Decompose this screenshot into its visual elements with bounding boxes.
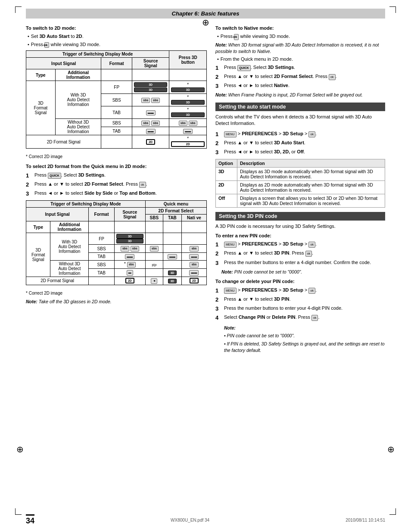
footer-date: 2010/08/11 10:14:51 (346, 518, 385, 523)
table1-tab2-press: ▬▬ (169, 127, 207, 135)
note2: Note: When Frame Packing is input, 2D Fo… (215, 92, 385, 98)
final-note2: • If PIN is deleted, 3D Safety Settings … (224, 341, 385, 353)
auto-step3: 3 Press ◄ or ► to select 3D, 2D, or Off. (215, 149, 385, 156)
t2-empty4 (163, 221, 181, 233)
table1-fp: FP (101, 81, 132, 94)
final-note-block: Note: • PIN code cannot be set to "0000"… (224, 325, 385, 354)
change-step1: 1 MENU > PREFERENCES > 3D Setup > ok. (215, 287, 385, 295)
table1-sbs2-press: sbs sbs (169, 119, 207, 127)
note1: Note: When 3D format signal with 3D Auto… (215, 42, 385, 54)
native-step2: 2 Press ▲ or ▼ to select 2D Format Selec… (215, 73, 385, 81)
t2-tab2-s: ▬ (127, 270, 133, 275)
ok-change4: ok (311, 315, 318, 321)
table1-source-header: SourceSignal (132, 58, 169, 69)
t2-fp-native (181, 233, 206, 245)
table1-2d-source: 2D (132, 135, 169, 149)
table2-quick-header: Quick menu (145, 201, 206, 208)
crosshair-top: ⊕ (202, 17, 209, 28)
opt-2d-label: 2D (216, 181, 237, 194)
auto-step1: 1 MENU > PREFERENCES > 3D Setup > ok. (215, 131, 385, 138)
table1-sbs1-source: sbs sbs (132, 94, 169, 106)
table2-addl-label: AdditionalInformation (50, 221, 89, 233)
t2-tab2-sbs (145, 269, 163, 277)
fp-source-icon: 3D (134, 82, 168, 87)
table2-type-label: Type (26, 221, 50, 233)
2d-press-icon: 2D (171, 141, 205, 147)
native-step1: 1 Press QUICK. Select 3D Settings. (215, 64, 385, 72)
table2-tab-header: TAB (163, 215, 181, 221)
table1-source-label (132, 69, 169, 81)
table1-input-header: Input Signal (26, 58, 101, 69)
table2-input-header: Input Signal (26, 208, 89, 221)
content-area: To switch to 2D mode: Set 3D Auto Start … (0, 25, 411, 355)
ok-enter2: ok (305, 251, 312, 257)
enter-step1: 1 MENU > PREFERENCES > 3D Setup > ok. (215, 241, 385, 249)
t2-sbs1-src: sbs sbs (114, 245, 145, 252)
table1-press-label (169, 69, 207, 81)
asterisk-note1: * Correct 2D image (26, 154, 207, 160)
t2-sbs1-s1: sbs (121, 246, 129, 251)
t2-2d-tab: 3D (163, 277, 181, 285)
pin-section-bar: Setting the 3D PIN code (215, 212, 385, 221)
sbs1-press-icon: 3D (171, 100, 205, 105)
t2-tab1-t: ▬▬ (168, 254, 177, 259)
t2-tab2-tab: 3D (163, 269, 181, 277)
footer-filename: WX800U_EN.pdf 34 (171, 518, 209, 523)
t2-empty1 (89, 221, 115, 233)
corner-mark-bl (15, 508, 22, 515)
t2-tab1-n: ▬▬ (189, 254, 199, 259)
ok-native-btn: ok (234, 34, 239, 40)
t2-tab2: TAB (89, 269, 115, 277)
t2-tab1-s: ▬▬ (125, 254, 134, 259)
table2-wrapper: Trigger of Switching Display Mode Quick … (26, 200, 207, 288)
table1-sbs2-source: sbs sbs (132, 119, 169, 127)
option-table: Option Description 3D Displays as 3D mod… (215, 159, 385, 208)
t2-sbs2: SBS (89, 261, 115, 269)
t2-tab1-sbs (145, 252, 163, 260)
t2-2d-src: 2D (114, 277, 145, 285)
table1-sbs1: SBS (101, 94, 132, 106)
tab2-s1: ▬▬ (146, 129, 156, 134)
option-3d-row: 3D Displays as 3D mode automatically whe… (216, 168, 385, 181)
switch-2d-heading: To switch to 2D mode: (26, 25, 207, 31)
sbs2-p2: sbs (189, 121, 197, 126)
sbs-s1: sbs (141, 98, 150, 103)
table1-tab1: TAB (101, 106, 132, 119)
t2-tab1-tab: ▬▬ (163, 252, 181, 260)
final-note1: • PIN code cannot be set to "0000". (224, 333, 385, 339)
switch-native-title: To switch to Native mode: (215, 25, 385, 31)
note-takeoff: Note: Take off the 3D glasses in 2D mode… (26, 299, 207, 305)
table1-2d-format (101, 135, 132, 149)
t2-sbs2-nat: sbs (181, 261, 206, 269)
left-step2: 2 Press ▲ or ▼ to select 2D Format Selec… (26, 181, 207, 189)
quick-btn-native: QUICK (237, 65, 251, 71)
tab1-press-icon: 3D (171, 112, 205, 117)
t2-tab1-src: ▬▬ (114, 252, 145, 260)
table1-press-header: Press 3Dbutton (169, 51, 207, 69)
t2-tab2-n: ▬▬ (189, 270, 199, 275)
asterisk-note2: * Correct 2D image (26, 290, 207, 296)
t2-2d-sb: ◄ (151, 278, 157, 283)
left-column: To switch to 2D mode: Set 3D Auto Start … (26, 25, 207, 355)
left-step1: 1 Press QUICK. Select 3D Settings. (26, 172, 207, 180)
corner-mark-tl (15, 6, 22, 13)
table1-with-detect: With 3DAuto DetectInformation (55, 81, 101, 119)
t2-sbs1-s2: sbs (131, 246, 139, 251)
fp-source-icon2: 3D (134, 87, 168, 92)
t2-fp-s1: 3D (116, 234, 143, 239)
switch-2d-bullet1: Set 3D Auto Start to 2D. (30, 33, 207, 40)
pin-desc: A 3D PIN code is necessary for using 3D … (215, 223, 385, 230)
t2-fp-s2: 3D (116, 239, 143, 243)
table2-2d-signal: 2D Format Signal (26, 277, 89, 285)
t2-fp-sbs (145, 233, 163, 245)
table1: Trigger of Switching Display Mode Press … (26, 50, 207, 149)
t2-sbs1-tab (163, 245, 181, 252)
tab2-p1: ▬▬ (183, 129, 193, 134)
table1-fp-press: * 3D (169, 81, 207, 94)
t2-sbs1: SBS (89, 245, 115, 252)
t2-sbs2-src: * sbs (114, 261, 145, 269)
table1-without-detect: Without 3DAuto DetectInformation (55, 119, 101, 135)
sbs2-s1: sbs (141, 121, 150, 126)
t2-tab1: TAB (89, 252, 115, 260)
table1-addl-label: AdditionalInformation (55, 69, 101, 81)
